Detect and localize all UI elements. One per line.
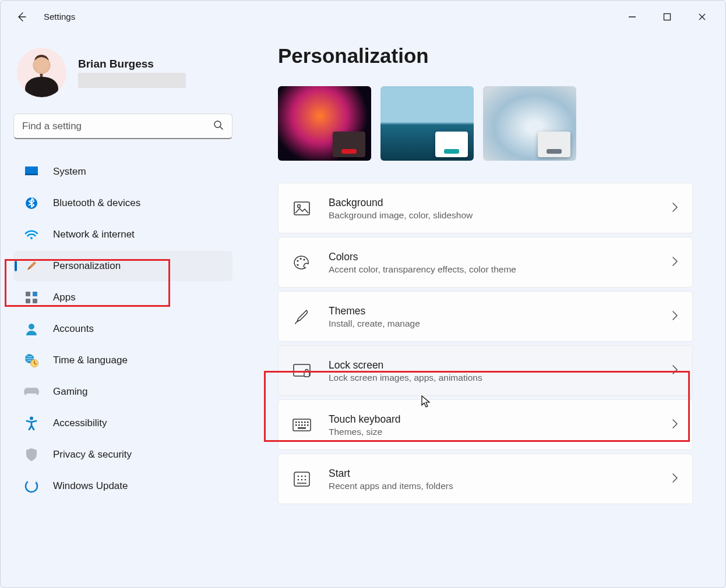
gamepad-icon [24, 384, 39, 399]
svg-rect-40 [298, 427, 306, 429]
sidebar-item-accessibility[interactable]: Accessibility [13, 408, 232, 438]
sidebar-item-label: Accounts [53, 323, 94, 335]
svg-rect-37 [301, 424, 303, 426]
accessibility-icon [24, 416, 39, 431]
svg-point-43 [301, 475, 303, 477]
card-desc: Themes, size [329, 427, 664, 437]
sidebar-item-network[interactable]: Network & internet [13, 219, 232, 250]
sidebar-item-gaming[interactable]: Gaming [13, 377, 232, 407]
close-button[interactable] [685, 5, 720, 29]
svg-point-5 [214, 121, 221, 127]
maximize-button[interactable] [650, 5, 685, 29]
close-icon [698, 13, 706, 21]
lock-screen-icon [292, 362, 311, 380]
theme-previews [278, 86, 693, 161]
chevron-right-icon [671, 256, 678, 269]
svg-rect-33 [304, 421, 306, 423]
svg-rect-39 [307, 424, 309, 426]
svg-point-26 [297, 264, 298, 265]
update-icon [24, 479, 39, 494]
svg-rect-35 [295, 424, 297, 426]
sidebar-item-label: Gaming [53, 386, 88, 398]
sidebar-item-label: Bluetooth & devices [53, 197, 140, 209]
svg-rect-30 [295, 421, 297, 423]
sidebar-item-apps[interactable]: Apps [13, 282, 232, 313]
sidebar-item-system[interactable]: System [13, 157, 232, 187]
svg-rect-21 [294, 202, 309, 215]
nav: System Bluetooth & devices Network & int… [13, 151, 232, 501]
sidebar-item-accounts[interactable]: Accounts [13, 314, 232, 344]
settings-cards: Background Background image, color, slid… [278, 183, 693, 504]
svg-point-42 [298, 475, 299, 477]
svg-rect-31 [298, 421, 300, 423]
svg-rect-36 [298, 424, 300, 426]
sidebar-item-label: System [53, 166, 86, 178]
user-name: Brian Burgess [78, 58, 186, 70]
svg-rect-3 [25, 77, 58, 97]
search-box[interactable] [13, 114, 232, 139]
sidebar-item-windows-update[interactable]: Windows Update [13, 471, 232, 501]
card-background[interactable]: Background Background image, color, slid… [278, 183, 693, 233]
monitor-icon [24, 164, 39, 179]
chevron-right-icon [671, 419, 678, 431]
sidebar-item-label: Windows Update [53, 480, 128, 492]
svg-rect-12 [26, 292, 30, 296]
clock-globe-icon [24, 353, 39, 368]
main-content: Personalization Background Background im… [245, 33, 725, 587]
profile-section[interactable]: Brian Burgess [13, 44, 232, 111]
back-arrow-icon [16, 11, 27, 23]
sidebar-item-time-language[interactable]: Time & language [13, 345, 232, 376]
sidebar-item-label: Accessibility [53, 417, 107, 429]
sidebar-item-label: Personalization [53, 260, 121, 272]
card-desc: Install, create, manage [329, 318, 664, 329]
titlebar: Settings [1, 1, 725, 33]
card-title: Touch keyboard [329, 412, 664, 427]
card-title: Lock screen [329, 358, 664, 373]
theme-preview-3[interactable] [483, 86, 576, 161]
sidebar-item-label: Network & internet [53, 229, 135, 240]
back-button[interactable] [10, 5, 33, 29]
card-lock-screen[interactable]: Lock screen Lock screen images, apps, an… [278, 345, 693, 396]
svg-point-24 [299, 257, 301, 259]
card-touch-keyboard[interactable]: Touch keyboard Themes, size [278, 399, 693, 450]
app-title: Settings [44, 12, 75, 22]
sidebar-item-label: Apps [53, 292, 76, 303]
search-input[interactable] [22, 121, 213, 132]
theme-preview-1[interactable] [278, 86, 371, 161]
user-email-redacted [78, 73, 186, 88]
card-desc: Recent apps and items, folders [329, 481, 664, 491]
svg-point-45 [298, 479, 299, 480]
minimize-button[interactable] [615, 5, 650, 29]
svg-rect-34 [307, 421, 309, 423]
chevron-right-icon [671, 364, 678, 377]
minimize-icon [628, 13, 636, 21]
svg-rect-9 [25, 173, 38, 175]
card-colors[interactable]: Colors Accent color, transparency effect… [278, 237, 693, 288]
svg-point-47 [305, 479, 306, 480]
page-title: Personalization [278, 44, 693, 68]
svg-point-20 [24, 479, 38, 493]
card-start[interactable]: Start Recent apps and items, folders [278, 454, 693, 504]
shield-icon [24, 447, 39, 462]
keyboard-icon [292, 416, 311, 434]
svg-rect-14 [26, 299, 30, 303]
sidebar-item-personalization[interactable]: Personalization [13, 251, 232, 281]
sidebar-item-bluetooth[interactable]: Bluetooth & devices [13, 188, 232, 218]
svg-line-6 [220, 127, 223, 129]
theme-preview-2[interactable] [380, 86, 474, 161]
sidebar-item-label: Time & language [53, 355, 128, 366]
svg-rect-13 [33, 292, 37, 296]
person-icon [24, 321, 39, 336]
svg-rect-15 [33, 299, 37, 303]
card-title: Themes [329, 304, 664, 318]
chevron-right-icon [671, 310, 678, 323]
picture-icon [292, 199, 311, 218]
sidebar-item-privacy[interactable]: Privacy & security [13, 440, 232, 470]
card-desc: Background image, color, slideshow [329, 210, 664, 221]
svg-point-11 [30, 237, 33, 239]
window-controls [615, 5, 720, 29]
svg-point-44 [305, 475, 306, 477]
paintbrush-icon [24, 258, 39, 274]
card-themes[interactable]: Themes Install, create, manage [278, 291, 693, 342]
svg-point-16 [29, 324, 34, 330]
